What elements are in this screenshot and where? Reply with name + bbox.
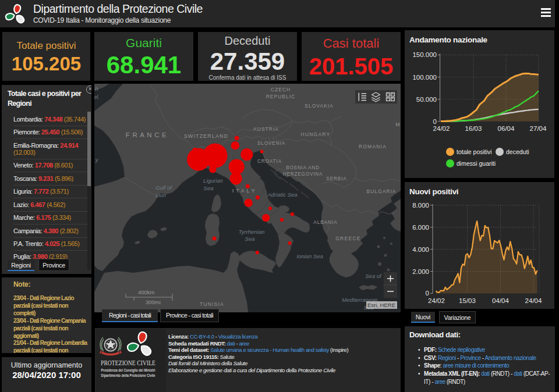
svg-text:PROTEZIONE CIVILE: PROTEZIONE CIVILE xyxy=(101,359,155,367)
svg-text:50.000: 50.000 xyxy=(416,96,437,103)
svg-text:27/04: 27/04 xyxy=(530,125,547,132)
svg-text:FRANCE: FRANCE xyxy=(126,131,169,138)
svg-text:SWITZERLAND: SWITZERLAND xyxy=(184,133,228,139)
svg-text:ROMANIA: ROMANIA xyxy=(359,144,387,149)
svg-text:HUNGARY: HUNGARY xyxy=(301,131,331,137)
svg-text:BULGARIA: BULGARIA xyxy=(367,188,397,194)
svg-text:SLOVAKIA: SLOVAKIA xyxy=(305,103,333,109)
svg-text:04/04: 04/04 xyxy=(492,297,509,304)
svg-text:HERZEGOVINA: HERZEGOVINA xyxy=(283,172,323,177)
svg-text:Adriatic Sea: Adriatic Sea xyxy=(267,191,297,198)
svg-text:6.000: 6.000 xyxy=(412,224,429,231)
svg-text:Esri, HERE: Esri, HERE xyxy=(367,302,395,308)
svg-text:M: M xyxy=(395,122,399,127)
svg-text:Lion: Lion xyxy=(155,192,166,198)
svg-text:24/04: 24/04 xyxy=(525,297,542,304)
svg-text:24/02: 24/02 xyxy=(433,125,450,132)
svg-text:SLOVENIA: SLOVENIA xyxy=(257,141,285,146)
svg-text:150.000: 150.000 xyxy=(412,51,437,58)
svg-text:Sea: Sea xyxy=(245,236,255,242)
svg-text:Gulf of: Gulf of xyxy=(155,184,172,191)
svg-text:Sea: Sea xyxy=(204,185,214,191)
svg-text:SERBIA: SERBIA xyxy=(326,176,346,181)
svg-text:Sea of: Sea of xyxy=(365,273,382,279)
svg-text:16/03: 16/03 xyxy=(465,125,482,132)
svg-text:REPUBLIC: REPUBLIC xyxy=(266,94,296,99)
svg-text:dimessi guariti: dimessi guariti xyxy=(457,160,496,167)
svg-text:AUSTRIA: AUSTRIA xyxy=(253,126,279,132)
svg-text:100.000: 100.000 xyxy=(412,74,437,81)
svg-text:2.000: 2.000 xyxy=(412,268,429,275)
svg-text:400km: 400km xyxy=(138,289,155,295)
svg-text:h: h xyxy=(95,85,98,92)
svg-text:Ligurian: Ligurian xyxy=(203,177,223,184)
svg-text:300mi: 300mi xyxy=(146,299,161,305)
svg-text:CZECH: CZECH xyxy=(271,87,291,92)
svg-text:0: 0 xyxy=(433,118,437,125)
svg-text:4.000: 4.000 xyxy=(412,246,429,253)
svg-text:TUNISIA: TUNISIA xyxy=(200,301,224,307)
svg-text:15/03: 15/03 xyxy=(459,297,476,304)
svg-text:el.: el. xyxy=(94,94,100,100)
svg-text:Dipartimento della Protezione: Dipartimento della Protezione Civile xyxy=(101,373,155,378)
svg-text:CROATIA: CROATIA xyxy=(257,159,282,164)
svg-text:06/04: 06/04 xyxy=(498,125,515,132)
svg-text:GREECE: GREECE xyxy=(335,236,361,241)
svg-text:0: 0 xyxy=(426,290,429,297)
svg-text:Tyrrhenian: Tyrrhenian xyxy=(239,229,265,235)
svg-text:deceduti: deceduti xyxy=(506,148,529,155)
svg-text:BOSNIA AND: BOSNIA AND xyxy=(286,165,320,170)
svg-text:ALBANIA: ALBANIA xyxy=(313,220,338,225)
svg-text:ITALY: ITALY xyxy=(232,187,257,194)
svg-text:totale positivi: totale positivi xyxy=(457,148,492,155)
svg-text:8.000: 8.000 xyxy=(412,202,429,209)
svg-text:Ionian Sea: Ionian Sea xyxy=(296,253,323,259)
svg-text:24/02: 24/02 xyxy=(428,297,445,304)
